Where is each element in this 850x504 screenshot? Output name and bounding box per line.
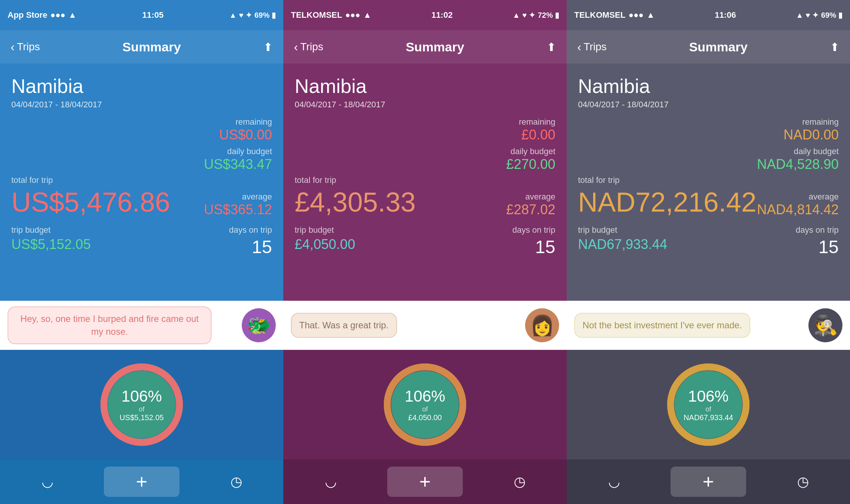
add-icon-3: + [703, 470, 714, 493]
avatar-emoji-1: 🐲 [247, 314, 271, 337]
history-icon-1: ◷ [230, 474, 242, 490]
donut-text-1: 106% of US$5,152.05 [120, 387, 164, 422]
remaining-value-1: US$0.00 [219, 127, 272, 143]
tab-add-3[interactable]: + [671, 467, 746, 497]
trip-dates-3: 04/04/2017 - 18/04/2017 [578, 100, 839, 110]
donut-chart-3: 106% of NAD67,933.44 [667, 363, 750, 446]
tab-history-3[interactable]: ◷ [765, 467, 841, 497]
tab-history-1[interactable]: ◷ [198, 467, 274, 497]
share-button-1[interactable]: ⬆ [263, 40, 273, 54]
signal-icon-2: ●●● [345, 10, 360, 20]
trip-name-2: Namibia [295, 75, 555, 97]
daily-budget-label-2: daily budget [295, 147, 555, 156]
location-icon-3: ▲ [796, 11, 804, 20]
total-label-2: total for trip [295, 175, 416, 185]
tab-summary-1[interactable]: ◡ [9, 467, 85, 497]
average-value-2: £287.02 [506, 202, 555, 218]
nav-bar-2: ‹ Trips Summary ⬆ [283, 30, 567, 63]
total-section-1: total for trip US$5,476.86 average US$36… [11, 175, 272, 218]
donut-of-3: of [683, 405, 733, 413]
days-value-3: 15 [796, 237, 839, 257]
trip-budget-item-1: trip budget US$5,152.05 [11, 225, 91, 257]
tab-history-2[interactable]: ◷ [482, 467, 557, 497]
average-label-2: average [506, 192, 555, 202]
carrier-2: TELKOMSEL [291, 10, 342, 20]
remaining-value-2: £0.00 [519, 127, 555, 143]
share-button-3[interactable]: ⬆ [830, 40, 839, 54]
daily-budget-value-2: £270.00 [295, 156, 555, 172]
average-value-3: NAD4,814.42 [757, 202, 839, 218]
nav-title-3: Summary [689, 40, 748, 54]
trip-dates-1: 04/04/2017 - 18/04/2017 [11, 100, 272, 110]
summary-icon-3: ◡ [608, 474, 620, 490]
chevron-left-icon-1: ‹ [11, 40, 15, 54]
bluetooth-icon-1: ✦ [246, 11, 252, 20]
total-section-2: total for trip £4,305.33 average £287.02 [295, 175, 555, 218]
status-right-2: ▲ ♥ ✦ 72% ▮ [513, 11, 559, 20]
donut-amount-2: £4,050.00 [405, 413, 445, 422]
carrier-1: App Store [8, 10, 47, 20]
days-item-1: days on trip 15 [229, 225, 272, 257]
speech-bubble-1: Hey, so, one time I burped and fire came… [8, 306, 212, 344]
back-button-2[interactable]: ‹ Trips [294, 40, 323, 54]
time-1: 11:05 [142, 10, 164, 20]
back-button-1[interactable]: ‹ Trips [11, 40, 40, 54]
remaining-value-3: NAD0.00 [784, 127, 839, 143]
character-avatar-1: 🐲 [242, 308, 276, 342]
remaining-label-3: remaining [784, 117, 839, 127]
tab-summary-3[interactable]: ◡ [576, 467, 652, 497]
trip-budget-item-2: trip budget £4,050.00 [295, 225, 355, 257]
average-label-3: average [757, 192, 839, 202]
donut-of-1: of [120, 405, 164, 413]
share-button-2[interactable]: ⬆ [547, 40, 556, 54]
signal-icon-1: ●●● [50, 10, 65, 20]
average-section-3: average NAD4,814.42 [757, 192, 839, 218]
average-section-2: average £287.02 [506, 192, 555, 218]
summary-icon-1: ◡ [42, 474, 53, 490]
bluetooth-icon-2: ✦ [529, 11, 535, 20]
nav-bar-3: ‹ Trips Summary ⬆ [567, 30, 850, 63]
alarm-icon-3: ♥ [806, 11, 810, 20]
main-content-2: Namibia 04/04/2017 - 18/04/2017 remainin… [283, 63, 567, 301]
bottom-stats-3: trip budget NAD67,933.44 days on trip 15 [578, 225, 839, 257]
tab-add-2[interactable]: + [387, 467, 463, 497]
chevron-left-icon-2: ‹ [294, 40, 298, 54]
bottom-stats-1: trip budget US$5,152.05 days on trip 15 [11, 225, 272, 257]
avatar-emoji-3: 🕵️ [813, 314, 838, 337]
back-button-3[interactable]: ‹ Trips [577, 40, 607, 54]
carrier-3: TELKOMSEL [574, 10, 626, 20]
average-section-1: average US$365.12 [204, 192, 272, 218]
remaining-label-2: remaining [519, 117, 555, 127]
speech-bubble-3: Not the best investment I've ever made. [574, 313, 750, 338]
main-content-1: Namibia 04/04/2017 - 18/04/2017 remainin… [0, 63, 283, 301]
trip-budget-value-3: NAD67,933.44 [578, 237, 667, 252]
chevron-left-icon-3: ‹ [577, 40, 581, 54]
daily-budget-section-3: daily budget NAD4,528.90 [578, 147, 839, 172]
trip-budget-item-3: trip budget NAD67,933.44 [578, 225, 667, 257]
donut-section-1: 106% of US$5,152.05 [0, 350, 283, 459]
daily-budget-value-1: US$343.47 [11, 156, 272, 172]
average-value-1: US$365.12 [204, 202, 272, 218]
panel-purple: TELKOMSEL ●●● ▲ 11:02 ▲ ♥ ✦ 72% ▮ ‹ Trip… [283, 0, 567, 504]
tab-summary-2[interactable]: ◡ [293, 467, 368, 497]
total-value-2: £4,305.33 [295, 187, 416, 218]
battery-3: 69% ▮ [821, 11, 842, 20]
trip-name-3: Namibia [578, 75, 839, 97]
days-label-3: days on trip [796, 225, 839, 235]
back-label-1: Trips [17, 41, 40, 53]
status-left-1: App Store ●●● ▲ [8, 10, 77, 20]
alarm-icon-1: ♥ [239, 11, 244, 20]
days-item-2: days on trip 15 [512, 225, 555, 257]
days-item-3: days on trip 15 [796, 225, 839, 257]
character-section-3: Not the best investment I've ever made. … [567, 301, 850, 350]
back-label-3: Trips [584, 41, 607, 53]
remaining-row-1: remaining US$0.00 [11, 117, 272, 143]
tab-add-1[interactable]: + [104, 467, 179, 497]
nav-title-1: Summary [122, 40, 181, 54]
donut-percent-2: 106% [405, 387, 445, 405]
trip-budget-label-2: trip budget [295, 225, 355, 235]
donut-section-2: 106% of £4,050.00 [283, 350, 567, 459]
history-icon-3: ◷ [797, 474, 809, 490]
signal-icon-3: ●●● [629, 10, 644, 20]
avatar-emoji-2: 👩 [530, 314, 555, 337]
